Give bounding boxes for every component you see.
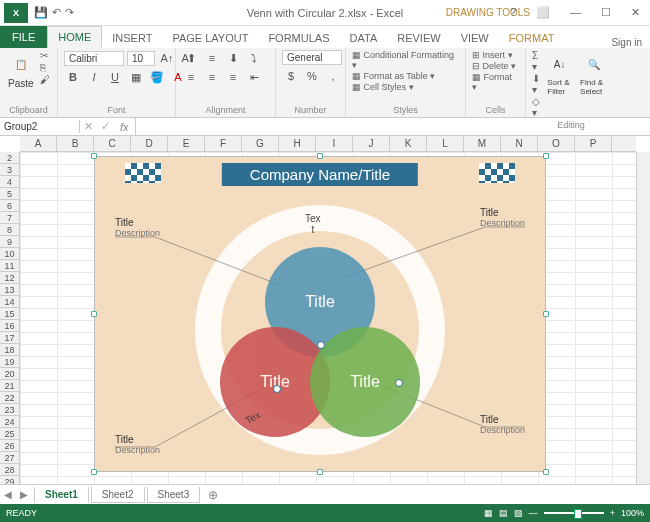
- sheet-nav-prev-icon[interactable]: ◀: [0, 489, 16, 500]
- row-header[interactable]: 23: [0, 404, 19, 416]
- row-header[interactable]: 3: [0, 164, 19, 176]
- column-header[interactable]: B: [57, 136, 94, 151]
- callout[interactable]: Title Description: [480, 207, 525, 228]
- sheet-tab[interactable]: Sheet3: [147, 487, 201, 503]
- row-header[interactable]: 27: [0, 452, 19, 464]
- conditional-formatting-button[interactable]: ▦ Conditional Formatting ▾: [352, 50, 459, 70]
- page-layout-view-icon[interactable]: ▤: [499, 508, 508, 518]
- resize-handle[interactable]: [543, 469, 549, 475]
- sort-filter-button[interactable]: A↓ Sort & Filter: [545, 50, 574, 98]
- tab-view[interactable]: VIEW: [451, 28, 499, 48]
- clear-icon[interactable]: ◇ ▾: [532, 96, 541, 118]
- zoom-out-icon[interactable]: —: [529, 508, 538, 518]
- column-header[interactable]: O: [538, 136, 575, 151]
- sheet-tab[interactable]: Sheet2: [91, 487, 145, 503]
- font-size-select[interactable]: 10: [127, 51, 155, 66]
- row-header[interactable]: 25: [0, 428, 19, 440]
- row-header[interactable]: 7: [0, 212, 19, 224]
- border-icon[interactable]: ▦: [127, 69, 145, 85]
- shape-handle[interactable]: [317, 341, 325, 349]
- increase-font-icon[interactable]: A↑: [158, 50, 176, 66]
- comma-icon[interactable]: ,: [324, 68, 342, 84]
- callout[interactable]: Title Description: [480, 414, 525, 435]
- fx-icon[interactable]: fx: [114, 121, 135, 133]
- row-header[interactable]: 2: [0, 152, 19, 164]
- tab-review[interactable]: REVIEW: [387, 28, 450, 48]
- align-center-icon[interactable]: ≡: [203, 69, 221, 85]
- fill-icon[interactable]: ⬇ ▾: [532, 73, 541, 95]
- column-header[interactable]: C: [94, 136, 131, 151]
- find-select-button[interactable]: 🔍 Find & Select: [578, 50, 610, 98]
- column-header[interactable]: A: [20, 136, 57, 151]
- italic-button[interactable]: I: [85, 69, 103, 85]
- zoom-in-icon[interactable]: +: [610, 508, 615, 518]
- row-header[interactable]: 4: [0, 176, 19, 188]
- column-header[interactable]: N: [501, 136, 538, 151]
- format-painter-icon[interactable]: 🖌: [40, 74, 50, 85]
- align-middle-icon[interactable]: ≡: [203, 50, 221, 66]
- align-bottom-icon[interactable]: ⬇: [224, 50, 242, 66]
- shape-handle[interactable]: [273, 385, 281, 393]
- zoom-level[interactable]: 100%: [621, 508, 644, 518]
- number-format-select[interactable]: General: [282, 50, 342, 65]
- column-header[interactable]: E: [168, 136, 205, 151]
- copy-icon[interactable]: ⎘: [40, 62, 50, 73]
- normal-view-icon[interactable]: ▦: [484, 508, 493, 518]
- row-header[interactable]: 5: [0, 188, 19, 200]
- column-header[interactable]: I: [316, 136, 353, 151]
- tab-format[interactable]: FORMAT: [499, 28, 565, 48]
- format-as-table-button[interactable]: ▦ Format as Table ▾: [352, 71, 435, 81]
- underline-button[interactable]: U: [106, 69, 124, 85]
- column-header[interactable]: L: [427, 136, 464, 151]
- close-icon[interactable]: ✕: [625, 6, 646, 19]
- fx-enter-icon[interactable]: ✓: [97, 120, 114, 133]
- tab-home[interactable]: HOME: [47, 26, 102, 48]
- shape-handle[interactable]: [395, 379, 403, 387]
- insert-cells-button[interactable]: ⊞ Insert ▾: [472, 50, 513, 60]
- column-header[interactable]: J: [353, 136, 390, 151]
- row-header[interactable]: 17: [0, 332, 19, 344]
- row-header[interactable]: 14: [0, 296, 19, 308]
- resize-handle[interactable]: [543, 153, 549, 159]
- venn-banner[interactable]: Company Name/Title: [222, 163, 418, 186]
- add-sheet-button[interactable]: ⊕: [200, 488, 226, 502]
- excel-app-icon[interactable]: X: [4, 3, 28, 23]
- cell-styles-button[interactable]: ▦ Cell Styles ▾: [352, 82, 414, 92]
- paste-button[interactable]: 📋 Paste: [6, 50, 36, 91]
- row-header[interactable]: 19: [0, 356, 19, 368]
- currency-icon[interactable]: $: [282, 68, 300, 84]
- sheet-tab[interactable]: Sheet1: [34, 487, 89, 503]
- format-cells-button[interactable]: ▦ Format ▾: [472, 72, 519, 92]
- resize-handle[interactable]: [91, 153, 97, 159]
- row-header[interactable]: 26: [0, 440, 19, 452]
- row-header[interactable]: 15: [0, 308, 19, 320]
- row-header[interactable]: 21: [0, 380, 19, 392]
- tab-formulas[interactable]: FORMULAS: [258, 28, 339, 48]
- row-header[interactable]: 9: [0, 236, 19, 248]
- callout[interactable]: Title Description: [115, 434, 160, 455]
- fx-cancel-icon[interactable]: ✕: [80, 120, 97, 133]
- row-header[interactable]: 10: [0, 248, 19, 260]
- tab-data[interactable]: DATA: [340, 28, 388, 48]
- sheet-nav-next-icon[interactable]: ▶: [16, 489, 32, 500]
- redo-icon[interactable]: ↷: [65, 6, 74, 19]
- undo-icon[interactable]: ↶: [52, 6, 61, 19]
- resize-handle[interactable]: [91, 469, 97, 475]
- font-name-select[interactable]: Calibri: [64, 51, 124, 66]
- minimize-icon[interactable]: —: [564, 6, 587, 19]
- formula-input[interactable]: [135, 118, 650, 135]
- column-header[interactable]: P: [575, 136, 612, 151]
- vertical-scrollbar[interactable]: [636, 152, 650, 484]
- align-left-icon[interactable]: ≡: [182, 69, 200, 85]
- column-header[interactable]: D: [131, 136, 168, 151]
- cells-area[interactable]: Company Name/Title Title Title Title Tit…: [20, 152, 636, 484]
- zoom-slider[interactable]: [544, 512, 604, 514]
- page-break-view-icon[interactable]: ▧: [514, 508, 523, 518]
- orientation-icon[interactable]: ⤵: [245, 50, 263, 66]
- maximize-icon[interactable]: ☐: [595, 6, 617, 19]
- column-header[interactable]: K: [390, 136, 427, 151]
- tab-page-layout[interactable]: PAGE LAYOUT: [162, 28, 258, 48]
- resize-handle[interactable]: [543, 311, 549, 317]
- delete-cells-button[interactable]: ⊟ Delete ▾: [472, 61, 516, 71]
- column-header[interactable]: H: [279, 136, 316, 151]
